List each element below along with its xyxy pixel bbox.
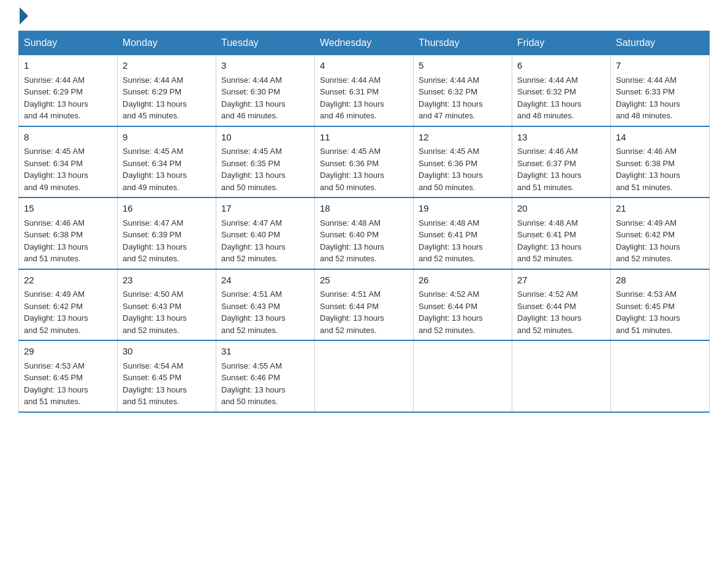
day-info: Sunrise: 4:53 AM Sunset: 6:45 PM Dayligh… bbox=[24, 360, 112, 408]
day-number: 26 bbox=[419, 274, 507, 288]
calendar-cell bbox=[414, 340, 512, 412]
calendar-cell bbox=[315, 340, 414, 412]
calendar-cell: 7 Sunrise: 4:44 AM Sunset: 6:33 PM Dayli… bbox=[611, 55, 710, 126]
day-number: 1 bbox=[24, 59, 112, 73]
day-info: Sunrise: 4:52 AM Sunset: 6:44 PM Dayligh… bbox=[419, 288, 507, 336]
day-number: 18 bbox=[320, 202, 408, 216]
week-row-2: 8 Sunrise: 4:45 AM Sunset: 6:34 PM Dayli… bbox=[19, 126, 710, 198]
day-number: 20 bbox=[517, 202, 605, 216]
calendar-cell: 20 Sunrise: 4:48 AM Sunset: 6:41 PM Dayl… bbox=[512, 197, 611, 269]
week-row-3: 15 Sunrise: 4:46 AM Sunset: 6:38 PM Dayl… bbox=[19, 197, 710, 269]
day-number: 11 bbox=[320, 131, 408, 145]
weekday-header-row: SundayMondayTuesdayWednesdayThursdayFrid… bbox=[19, 31, 710, 55]
calendar-cell: 11 Sunrise: 4:45 AM Sunset: 6:36 PM Dayl… bbox=[315, 126, 414, 198]
calendar-cell: 16 Sunrise: 4:47 AM Sunset: 6:39 PM Dayl… bbox=[118, 197, 216, 269]
calendar-cell: 18 Sunrise: 4:48 AM Sunset: 6:40 PM Dayl… bbox=[315, 197, 414, 269]
day-number: 14 bbox=[616, 131, 704, 145]
calendar-cell: 10 Sunrise: 4:45 AM Sunset: 6:35 PM Dayl… bbox=[216, 126, 315, 198]
weekday-header-monday: Monday bbox=[118, 31, 216, 55]
day-info: Sunrise: 4:48 AM Sunset: 6:41 PM Dayligh… bbox=[517, 217, 605, 265]
week-row-1: 1 Sunrise: 4:44 AM Sunset: 6:29 PM Dayli… bbox=[19, 55, 710, 126]
day-info: Sunrise: 4:48 AM Sunset: 6:40 PM Dayligh… bbox=[320, 217, 408, 265]
calendar-cell: 30 Sunrise: 4:54 AM Sunset: 6:45 PM Dayl… bbox=[118, 340, 216, 412]
day-number: 24 bbox=[221, 274, 309, 288]
calendar-cell: 26 Sunrise: 4:52 AM Sunset: 6:44 PM Dayl… bbox=[414, 269, 512, 341]
day-number: 29 bbox=[24, 345, 112, 359]
logo-arrow-icon bbox=[20, 7, 28, 25]
day-info: Sunrise: 4:52 AM Sunset: 6:44 PM Dayligh… bbox=[517, 288, 605, 336]
calendar-cell: 27 Sunrise: 4:52 AM Sunset: 6:44 PM Dayl… bbox=[512, 269, 611, 341]
day-info: Sunrise: 4:45 AM Sunset: 6:36 PM Dayligh… bbox=[320, 145, 408, 193]
calendar-cell: 31 Sunrise: 4:55 AM Sunset: 6:46 PM Dayl… bbox=[216, 340, 315, 412]
calendar-cell: 8 Sunrise: 4:45 AM Sunset: 6:34 PM Dayli… bbox=[19, 126, 118, 198]
calendar-cell: 4 Sunrise: 4:44 AM Sunset: 6:31 PM Dayli… bbox=[315, 55, 414, 126]
day-info: Sunrise: 4:48 AM Sunset: 6:41 PM Dayligh… bbox=[419, 217, 507, 265]
day-info: Sunrise: 4:44 AM Sunset: 6:32 PM Dayligh… bbox=[419, 74, 507, 122]
day-number: 6 bbox=[517, 59, 605, 73]
day-number: 19 bbox=[419, 202, 507, 216]
calendar-cell: 24 Sunrise: 4:51 AM Sunset: 6:43 PM Dayl… bbox=[216, 269, 315, 341]
logo bbox=[18, 12, 28, 25]
day-info: Sunrise: 4:44 AM Sunset: 6:29 PM Dayligh… bbox=[24, 74, 112, 122]
day-number: 25 bbox=[320, 274, 408, 288]
calendar-cell: 1 Sunrise: 4:44 AM Sunset: 6:29 PM Dayli… bbox=[19, 55, 118, 126]
day-info: Sunrise: 4:44 AM Sunset: 6:31 PM Dayligh… bbox=[320, 74, 408, 122]
day-number: 13 bbox=[517, 131, 605, 145]
day-info: Sunrise: 4:47 AM Sunset: 6:39 PM Dayligh… bbox=[123, 217, 211, 265]
calendar-cell: 19 Sunrise: 4:48 AM Sunset: 6:41 PM Dayl… bbox=[414, 197, 512, 269]
day-info: Sunrise: 4:50 AM Sunset: 6:43 PM Dayligh… bbox=[123, 288, 211, 336]
weekday-header-sunday: Sunday bbox=[19, 31, 118, 55]
day-number: 15 bbox=[24, 202, 112, 216]
calendar-cell: 3 Sunrise: 4:44 AM Sunset: 6:30 PM Dayli… bbox=[216, 55, 315, 126]
day-info: Sunrise: 4:46 AM Sunset: 6:38 PM Dayligh… bbox=[24, 217, 112, 265]
day-number: 9 bbox=[123, 131, 211, 145]
day-info: Sunrise: 4:55 AM Sunset: 6:46 PM Dayligh… bbox=[221, 360, 309, 408]
calendar-table: SundayMondayTuesdayWednesdayThursdayFrid… bbox=[18, 31, 710, 413]
calendar-cell: 14 Sunrise: 4:46 AM Sunset: 6:38 PM Dayl… bbox=[611, 126, 710, 198]
calendar-cell bbox=[512, 340, 611, 412]
day-info: Sunrise: 4:44 AM Sunset: 6:33 PM Dayligh… bbox=[616, 74, 704, 122]
day-info: Sunrise: 4:53 AM Sunset: 6:45 PM Dayligh… bbox=[616, 288, 704, 336]
calendar-cell: 12 Sunrise: 4:45 AM Sunset: 6:36 PM Dayl… bbox=[414, 126, 512, 198]
day-number: 12 bbox=[419, 131, 507, 145]
day-info: Sunrise: 4:47 AM Sunset: 6:40 PM Dayligh… bbox=[221, 217, 309, 265]
day-number: 21 bbox=[616, 202, 704, 216]
day-number: 17 bbox=[221, 202, 309, 216]
week-row-4: 22 Sunrise: 4:49 AM Sunset: 6:42 PM Dayl… bbox=[19, 269, 710, 341]
day-info: Sunrise: 4:49 AM Sunset: 6:42 PM Dayligh… bbox=[616, 217, 704, 265]
calendar-cell: 5 Sunrise: 4:44 AM Sunset: 6:32 PM Dayli… bbox=[414, 55, 512, 126]
calendar-cell: 25 Sunrise: 4:51 AM Sunset: 6:44 PM Dayl… bbox=[315, 269, 414, 341]
day-number: 5 bbox=[419, 59, 507, 73]
calendar-cell: 22 Sunrise: 4:49 AM Sunset: 6:42 PM Dayl… bbox=[19, 269, 118, 341]
calendar-cell: 29 Sunrise: 4:53 AM Sunset: 6:45 PM Dayl… bbox=[19, 340, 118, 412]
weekday-header-thursday: Thursday bbox=[414, 31, 512, 55]
day-number: 22 bbox=[24, 274, 112, 288]
day-number: 30 bbox=[123, 345, 211, 359]
calendar-cell: 6 Sunrise: 4:44 AM Sunset: 6:32 PM Dayli… bbox=[512, 55, 611, 126]
day-info: Sunrise: 4:45 AM Sunset: 6:34 PM Dayligh… bbox=[123, 145, 211, 193]
calendar-cell: 15 Sunrise: 4:46 AM Sunset: 6:38 PM Dayl… bbox=[19, 197, 118, 269]
day-info: Sunrise: 4:44 AM Sunset: 6:32 PM Dayligh… bbox=[517, 74, 605, 122]
page-header bbox=[18, 12, 710, 25]
weekday-header-tuesday: Tuesday bbox=[216, 31, 315, 55]
day-number: 28 bbox=[616, 274, 704, 288]
day-info: Sunrise: 4:51 AM Sunset: 6:43 PM Dayligh… bbox=[221, 288, 309, 336]
weekday-header-friday: Friday bbox=[512, 31, 611, 55]
calendar-cell: 2 Sunrise: 4:44 AM Sunset: 6:29 PM Dayli… bbox=[118, 55, 216, 126]
day-number: 4 bbox=[320, 59, 408, 73]
day-info: Sunrise: 4:45 AM Sunset: 6:35 PM Dayligh… bbox=[221, 145, 309, 193]
day-info: Sunrise: 4:44 AM Sunset: 6:30 PM Dayligh… bbox=[221, 74, 309, 122]
day-info: Sunrise: 4:46 AM Sunset: 6:38 PM Dayligh… bbox=[616, 145, 704, 193]
day-info: Sunrise: 4:45 AM Sunset: 6:36 PM Dayligh… bbox=[419, 145, 507, 193]
weekday-header-wednesday: Wednesday bbox=[315, 31, 414, 55]
day-info: Sunrise: 4:49 AM Sunset: 6:42 PM Dayligh… bbox=[24, 288, 112, 336]
calendar-cell: 28 Sunrise: 4:53 AM Sunset: 6:45 PM Dayl… bbox=[611, 269, 710, 341]
day-number: 31 bbox=[221, 345, 309, 359]
day-number: 23 bbox=[123, 274, 211, 288]
week-row-5: 29 Sunrise: 4:53 AM Sunset: 6:45 PM Dayl… bbox=[19, 340, 710, 412]
calendar-cell: 9 Sunrise: 4:45 AM Sunset: 6:34 PM Dayli… bbox=[118, 126, 216, 198]
day-info: Sunrise: 4:46 AM Sunset: 6:37 PM Dayligh… bbox=[517, 145, 605, 193]
calendar-cell bbox=[611, 340, 710, 412]
calendar-cell: 23 Sunrise: 4:50 AM Sunset: 6:43 PM Dayl… bbox=[118, 269, 216, 341]
calendar-cell: 17 Sunrise: 4:47 AM Sunset: 6:40 PM Dayl… bbox=[216, 197, 315, 269]
